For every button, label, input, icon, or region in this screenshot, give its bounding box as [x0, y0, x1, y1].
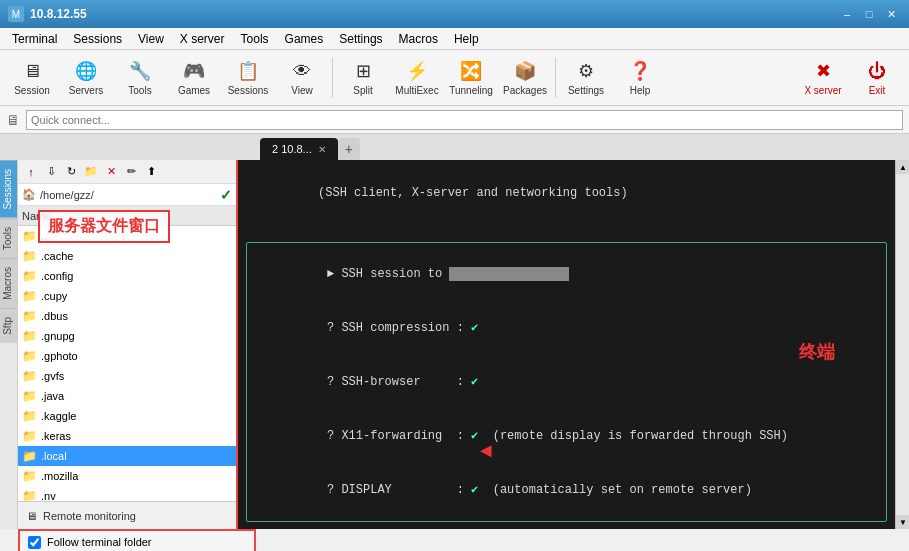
sidetab-sftp[interactable]: Sftp [0, 308, 17, 343]
file-item-name: .config [41, 270, 73, 282]
scroll-up-button[interactable]: ▲ [896, 160, 909, 174]
sidetab-sessions[interactable]: Sessions [0, 160, 17, 218]
term-line [246, 526, 887, 529]
xserver-icon: ✖ [811, 59, 835, 83]
toolbar-sessions[interactable]: 📋 Sessions [222, 54, 274, 102]
toolbar-packages[interactable]: 📦 Packages [499, 54, 551, 102]
remote-monitor-button[interactable]: 🖥 Remote monitoring [18, 501, 236, 529]
toolbar-multiexec[interactable]: ⚡ MultiExec [391, 54, 443, 102]
remote-monitor-label: Remote monitoring [43, 510, 136, 522]
toolbar-separator [332, 58, 333, 98]
term-line: ? X11-forwarding : ✔ (remote display is … [255, 409, 878, 463]
toolbar-view[interactable]: 👁 View [276, 54, 328, 102]
toolbar-settings[interactable]: ⚙ Settings [560, 54, 612, 102]
menu-settings[interactable]: Settings [331, 28, 390, 49]
tab-close-button[interactable]: ✕ [318, 144, 326, 155]
file-item-nv[interactable]: 📁 .nv [18, 486, 236, 501]
packages-icon: 📦 [513, 59, 537, 83]
new-tab-button[interactable]: + [338, 138, 360, 160]
file-item-cache[interactable]: 📁 .cache [18, 246, 236, 266]
menu-help[interactable]: Help [446, 28, 487, 49]
file-item-config[interactable]: 📁 .config [18, 266, 236, 286]
term-ssh-box: ► SSH session to ? SSH compression : ✔ ?… [246, 242, 887, 522]
sidetab-macros[interactable]: Macros [0, 258, 17, 308]
exit-icon: ⏻ [865, 59, 889, 83]
fb-rename-button[interactable]: ✏ [122, 163, 140, 181]
tab-terminal[interactable]: 2 10.8... ✕ [260, 138, 338, 160]
menu-xserver[interactable]: X server [172, 28, 233, 49]
toolbar-xserver[interactable]: ✖ X server [797, 54, 849, 102]
file-item-cupy[interactable]: 📁 .cupy [18, 286, 236, 306]
multiexec-icon: ⚡ [405, 59, 429, 83]
file-item-gphoto[interactable]: 📁 .gphoto [18, 346, 236, 366]
close-button[interactable]: ✕ [881, 5, 901, 23]
file-item-keras[interactable]: 📁 .keras [18, 426, 236, 446]
minimize-button[interactable]: – [837, 5, 857, 23]
fb-refresh-button[interactable]: ↻ [62, 163, 80, 181]
menu-sessions[interactable]: Sessions [65, 28, 130, 49]
games-icon: 🎮 [182, 59, 206, 83]
toolbar-session[interactable]: 🖥 Session [6, 54, 58, 102]
file-browser: ↑ ⇩ ↻ 📁 ✕ ✏ ⬆ 🏠 ✓ Name 📁 .. 📁 .cache [18, 160, 238, 529]
file-item-name: .gphoto [41, 350, 78, 362]
file-item-mozilla[interactable]: 📁 .mozilla [18, 466, 236, 486]
toolbar-session-label: Session [14, 85, 50, 96]
scroll-track[interactable] [896, 174, 909, 515]
maximize-button[interactable]: □ [859, 5, 879, 23]
menu-view[interactable]: View [130, 28, 172, 49]
path-ok-icon: ✓ [220, 187, 232, 203]
menu-macros[interactable]: Macros [391, 28, 446, 49]
file-item-kaggle[interactable]: 📁 .kaggle [18, 406, 236, 426]
menu-tools[interactable]: Tools [233, 28, 277, 49]
tab-label: 2 10.8... [272, 143, 312, 155]
folder-icon: 📁 [22, 309, 37, 323]
file-item-dotdot[interactable]: 📁 .. [18, 226, 236, 246]
folder-icon: 📁 [22, 469, 37, 483]
folder-icon: 📁 [22, 329, 37, 343]
term-line [246, 220, 887, 238]
servers-icon: 🌐 [74, 59, 98, 83]
path-bar: 🏠 ✓ [18, 184, 236, 206]
file-list-header: Name [18, 206, 236, 226]
menu-games[interactable]: Games [277, 28, 332, 49]
fb-transfer-button[interactable]: ⬆ [142, 163, 160, 181]
scroll-down-button[interactable]: ▼ [896, 515, 909, 529]
fb-delete-button[interactable]: ✕ [102, 163, 120, 181]
toolbar-servers[interactable]: 🌐 Servers [60, 54, 112, 102]
toolbar-packages-label: Packages [503, 85, 547, 96]
folder-icon: 📁 [22, 289, 37, 303]
file-list[interactable]: 📁 .. 📁 .cache 📁 .config 📁 .cupy 📁 .dbus … [18, 226, 236, 501]
folder-icon: 📁 [22, 349, 37, 363]
monitor-icon: 🖥 [26, 510, 37, 522]
toolbar-exit[interactable]: ⏻ Exit [851, 54, 903, 102]
file-item-java[interactable]: 📁 .java [18, 386, 236, 406]
fb-new-folder-button[interactable]: 📁 [82, 163, 100, 181]
file-item-local[interactable]: 📁 .local [18, 446, 236, 466]
file-item-name: .local [41, 450, 67, 462]
toolbar-split-label: Split [353, 85, 372, 96]
path-input[interactable] [40, 189, 216, 201]
session-icon: 🖥 [20, 59, 44, 83]
fb-up-button[interactable]: ↑ [22, 163, 40, 181]
toolbar-tools[interactable]: 🔧 Tools [114, 54, 166, 102]
toolbar-split[interactable]: ⊞ Split [337, 54, 389, 102]
toolbar-games[interactable]: 🎮 Games [168, 54, 220, 102]
quick-connect-input[interactable] [26, 110, 903, 130]
fb-home-button[interactable]: ⇩ [42, 163, 60, 181]
file-list-column-name: Name [22, 210, 51, 222]
file-item-gnupg[interactable]: 📁 .gnupg [18, 326, 236, 346]
file-item-dbus[interactable]: 📁 .dbus [18, 306, 236, 326]
file-item-name: .cupy [41, 290, 67, 302]
file-item-gvfs[interactable]: 📁 .gvfs [18, 366, 236, 386]
folder-icon: 📁 [22, 389, 37, 403]
toolbar-view-label: View [291, 85, 313, 96]
toolbar-help[interactable]: ❓ Help [614, 54, 666, 102]
terminal-panel[interactable]: (SSH client, X-server and networking too… [238, 160, 895, 529]
file-item-name: .. [41, 230, 47, 242]
folder-icon: 📁 [22, 269, 37, 283]
sidetab-tools[interactable]: Tools [0, 218, 17, 258]
right-scrollbar[interactable]: ▲ ▼ [895, 160, 909, 529]
menu-terminal[interactable]: Terminal [4, 28, 65, 49]
toolbar-tunneling[interactable]: 🔀 Tunneling [445, 54, 497, 102]
follow-folder-checkbox[interactable] [28, 536, 41, 549]
